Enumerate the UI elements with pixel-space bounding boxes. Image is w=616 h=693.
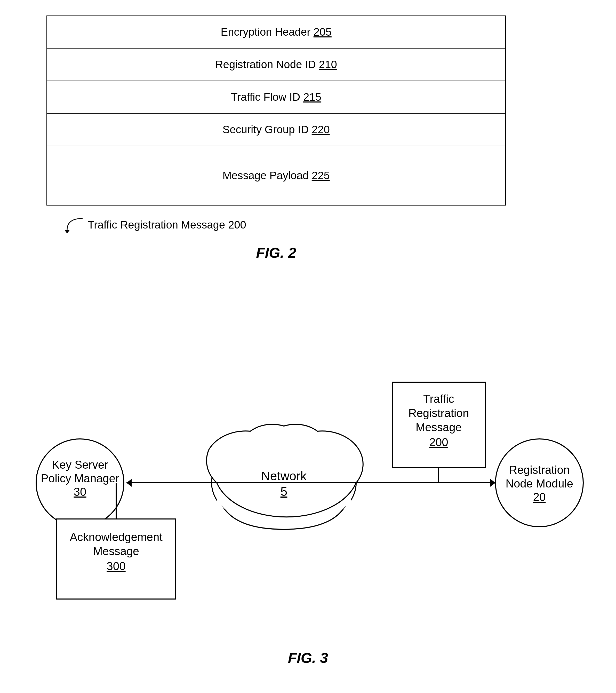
traffic-flow-id-number: 215 <box>303 91 321 103</box>
ack-msg-line1: Acknowledgement <box>70 531 163 543</box>
fig2-title: FIG. 2 <box>46 244 506 261</box>
fig3-title: FIG. 3 <box>288 649 328 666</box>
key-server-label-line2: Policy Manager <box>41 472 119 484</box>
regnode-arrowhead <box>490 479 495 487</box>
security-group-id-number: 220 <box>312 123 330 136</box>
traffic-reg-msg-line2: Registration <box>409 407 469 419</box>
keyserver-arrowhead <box>126 479 131 487</box>
key-server-label-line1: Key Server <box>52 458 108 471</box>
traffic-reg-msg-number: 200 <box>429 436 448 449</box>
encryption-header-number: 205 <box>313 26 332 38</box>
curved-arrow-icon <box>62 216 85 234</box>
network-label: Network <box>261 469 307 483</box>
fig2-diagram: Encryption Header 205 Registration Node … <box>46 16 506 261</box>
registration-node-id-row: Registration Node ID 210 <box>47 48 505 81</box>
fig3-svg: Key Server Policy Manager 30 Registratio… <box>0 289 616 676</box>
reg-node-label-line2: Node Module <box>506 477 573 490</box>
message-table: Encryption Header 205 Registration Node … <box>46 16 506 205</box>
encryption-header-row: Encryption Header 205 <box>47 16 505 48</box>
ack-msg-line2: Message <box>93 545 139 557</box>
fig3-diagram: Key Server Policy Manager 30 Registratio… <box>0 289 616 676</box>
traffic-registration-message-label: Traffic Registration Message 200 <box>88 219 246 231</box>
key-server-number: 30 <box>74 486 86 498</box>
traffic-reg-msg-number: 200 <box>228 219 246 231</box>
message-payload-number: 225 <box>312 170 330 181</box>
registration-node-id-number: 210 <box>319 58 337 71</box>
fig2-footnote: Traffic Registration Message 200 <box>46 216 506 234</box>
message-payload-row: Message Payload 225 <box>47 146 505 205</box>
ack-msg-number: 300 <box>107 560 125 572</box>
traffic-reg-msg-line3: Message <box>416 421 462 434</box>
traffic-reg-msg-line1: Traffic <box>423 393 454 405</box>
reg-node-label-line1: Registration <box>509 463 570 476</box>
security-group-id-row: Security Group ID 220 <box>47 114 505 146</box>
traffic-flow-id-row: Traffic Flow ID 215 <box>47 81 505 114</box>
network-number: 5 <box>281 484 287 498</box>
reg-node-number: 20 <box>533 491 546 503</box>
svg-marker-0 <box>64 230 70 233</box>
